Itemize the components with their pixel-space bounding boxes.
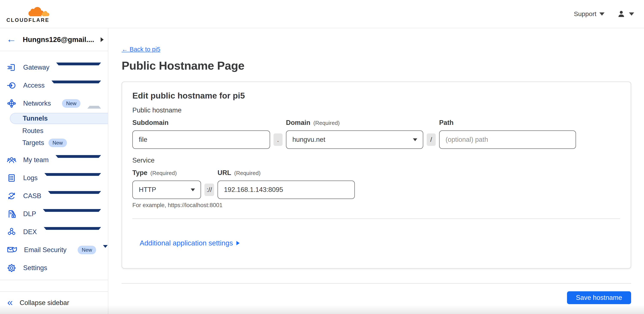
sidebar-item-email-security[interactable]: Email Security New [0, 241, 108, 259]
cloudflare-wordmark: CLOUDFLARE [6, 17, 49, 23]
additional-settings-label: Additional application settings [140, 239, 233, 247]
sidebar-item-label: Tunnels [23, 115, 48, 122]
networks-icon [7, 99, 16, 108]
chevron-right-icon [236, 241, 240, 245]
user-account-menu[interactable] [617, 10, 634, 18]
collapse-sidebar-button[interactable]: « Collapse sidebar [0, 292, 108, 314]
path-label: Path [439, 119, 454, 127]
subdomain-field-group: Subdomain [132, 119, 270, 149]
page-title: Public Hostname Page [122, 59, 631, 72]
account-switcher[interactable]: ← Hungns126@gmail.... [0, 28, 108, 51]
back-to-pi5-link[interactable]: ← Back to pi5 [122, 46, 160, 53]
sidebar-item-logs[interactable]: Logs [0, 169, 108, 187]
main-content: ← Back to pi5 Public Hostname Page Edit … [108, 28, 644, 314]
sidebar-item-label: DEX [23, 228, 37, 236]
sidebar-item-label: CASB [23, 192, 41, 200]
sidebar-item-label: Email Security [24, 246, 66, 254]
chevron-right-icon [100, 37, 104, 42]
url-field-group: URL (Required) [218, 169, 355, 199]
save-hostname-button[interactable]: Save hostname [567, 291, 631, 304]
scheme-separator: :// [204, 183, 214, 196]
chevron-down-icon [629, 12, 634, 16]
sidebar-item-dex[interactable]: DEX [0, 223, 108, 241]
chevron-down-icon [191, 188, 195, 191]
url-required-hint: (Required) [234, 170, 261, 176]
logs-icon [7, 173, 16, 183]
sidebar-item-targets[interactable]: Targets New [0, 137, 108, 149]
sidebar-item-dlp[interactable]: DLP [0, 205, 108, 223]
service-fields-row: Type (Required) HTTP :// URL (Required) [132, 169, 620, 199]
type-select-value: HTTP [139, 186, 156, 194]
sidebar-item-routes[interactable]: Routes [0, 125, 108, 137]
support-menu[interactable]: Support [574, 10, 604, 17]
cloudflare-cloud-icon [26, 6, 49, 17]
sidebar-item-my-team[interactable]: My team [0, 151, 108, 169]
chevron-down-icon [56, 63, 101, 73]
double-chevron-left-icon: « [7, 297, 13, 307]
sidebar-item-label: Gateway [23, 64, 49, 71]
sidebar-item-label: Routes [22, 127, 43, 135]
chevron-down-icon [56, 155, 101, 165]
header-actions: Support [574, 10, 634, 18]
path-field-group: Path [439, 119, 576, 149]
dex-icon [7, 227, 16, 237]
url-input[interactable] [218, 180, 355, 199]
chevron-down-icon [413, 138, 417, 141]
actions-divider [122, 283, 631, 284]
back-arrow-icon[interactable]: ← [6, 34, 16, 44]
access-icon [7, 81, 16, 90]
type-label: Type [132, 169, 148, 177]
dot-separator: . [274, 134, 282, 146]
cloudflare-logo[interactable]: CLOUDFLARE [6, 6, 49, 23]
chevron-down-icon [48, 191, 101, 201]
sidebar-spacer [0, 280, 108, 291]
sidebar-item-label: Networks [23, 100, 51, 107]
type-field-group: Type (Required) HTTP [132, 169, 201, 199]
domain-select[interactable]: hungvu.net [286, 131, 423, 149]
sidebar-item-label: Access [23, 82, 44, 89]
sidebar-item-label: My team [23, 156, 49, 164]
domain-label: Domain [286, 119, 310, 127]
sidebar-item-access[interactable]: Access [0, 76, 108, 94]
new-badge: New [48, 139, 67, 147]
new-badge: New [62, 99, 80, 108]
account-name: Hungns126@gmail.... [23, 35, 94, 44]
collapse-sidebar-label: Collapse sidebar [20, 299, 69, 307]
edit-hostname-card: Edit public hostname for pi5 Public host… [122, 82, 631, 269]
url-example-hint: For example, https://localhost:8001 [132, 202, 620, 209]
card-divider [132, 218, 620, 219]
subdomain-input[interactable] [132, 131, 270, 149]
url-label: URL [218, 169, 231, 177]
zero-trust-dashboard: CLOUDFLARE Support ← Hungns126@gmail.... [0, 0, 644, 314]
service-label: Service [132, 157, 620, 164]
chevron-up-icon [87, 99, 101, 109]
chevron-down-icon [44, 173, 101, 183]
domain-required-hint: (Required) [314, 120, 340, 126]
additional-settings-toggle[interactable]: Additional application settings [140, 239, 240, 247]
sidebar-nav: Gateway Access [0, 51, 108, 280]
card-title: Edit public hostname for pi5 [132, 91, 620, 100]
type-select[interactable]: HTTP [132, 180, 201, 199]
domain-field-group: Domain (Required) hungvu.net [286, 119, 423, 149]
type-required-hint: (Required) [150, 170, 177, 176]
sidebar-item-label: DLP [23, 210, 36, 218]
top-header: CLOUDFLARE Support [0, 0, 644, 28]
path-input[interactable] [439, 131, 576, 149]
sidebar-item-gateway[interactable]: Gateway [0, 58, 108, 76]
actions-row: Save hostname [122, 291, 631, 304]
slash-separator: / [427, 134, 436, 146]
chevron-down-icon [44, 227, 101, 237]
chevron-down-icon [43, 209, 101, 219]
support-label: Support [574, 10, 596, 17]
sidebar-item-networks[interactable]: Networks New [0, 94, 108, 113]
casb-icon [7, 191, 16, 201]
my-team-icon [7, 155, 16, 165]
sidebar-item-casb[interactable]: CASB [0, 187, 108, 205]
gateway-icon [7, 63, 16, 72]
chevron-down-icon [600, 12, 604, 16]
subdomain-label: Subdomain [132, 119, 168, 127]
sidebar-item-settings[interactable]: Settings [0, 259, 108, 277]
hostname-fields-row: Subdomain . Domain (Required) hungvu.net [132, 119, 620, 149]
sidebar-item-tunnels[interactable]: Tunnels [10, 113, 108, 124]
new-badge: New [78, 246, 96, 254]
